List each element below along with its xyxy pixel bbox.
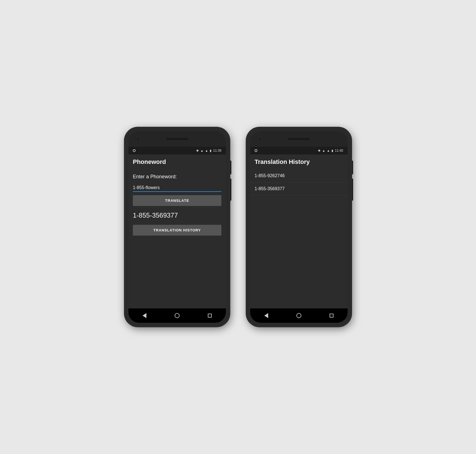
nav-bar-1 — [128, 308, 226, 323]
phone-2-screen: ✱ ▲ ▲ ▮ 11:40 Translation History 1-855-… — [250, 131, 348, 323]
app-bar-1: Phoneword — [128, 154, 226, 169]
home-button-1[interactable] — [169, 311, 185, 320]
recent-icon-2 — [330, 314, 333, 318]
history-item-0[interactable]: 1-855-9262746 — [250, 169, 348, 182]
status-right-1: ✱ ▲ ▲ ▮ 11:39 — [196, 149, 221, 153]
history-list: 1-855-9262746 1-855-3569377 — [250, 169, 348, 195]
back-button-2[interactable] — [259, 311, 274, 320]
phoneword-input[interactable] — [133, 184, 221, 192]
history-item-1[interactable]: 1-855-3569377 — [250, 182, 348, 195]
notification-dot-1 — [133, 149, 136, 152]
status-left-1 — [133, 149, 136, 152]
app-title-1: Phoneword — [133, 158, 221, 166]
battery-icon-2: ▮ — [332, 149, 333, 153]
signal-icon-2: ▲ — [327, 149, 330, 152]
nav-bar-2 — [250, 308, 348, 323]
status-right-2: ✱ ▲ ▲ ▮ 11:40 — [318, 149, 343, 153]
app-title-2: Translation History — [255, 158, 343, 166]
phone-2: ✱ ▲ ▲ ▮ 11:40 Translation History 1-855-… — [246, 127, 351, 327]
bluetooth-icon-2: ✱ — [318, 149, 320, 153]
status-time-1: 11:39 — [213, 149, 221, 153]
translation-history-button[interactable]: TRANSLATION HISTORY — [133, 225, 221, 236]
speaker-grill-2 — [288, 138, 310, 140]
status-bar-1: ✱ ▲ ▲ ▮ 11:39 — [128, 147, 226, 154]
signal-icon-1: ▲ — [205, 149, 208, 152]
recent-button-2[interactable] — [324, 311, 339, 320]
front-camera — [137, 138, 139, 140]
input-label-1: Enter a Phoneword: — [133, 174, 221, 180]
status-left-2 — [255, 149, 257, 152]
translated-number-1: 1-855-3569377 — [133, 211, 221, 219]
home-icon-2 — [296, 313, 301, 318]
translate-button[interactable]: TRANSLATE — [133, 195, 221, 206]
home-button-2[interactable] — [291, 311, 307, 320]
phone-top-bar — [128, 131, 226, 147]
wifi-icon-1: ▲ — [200, 149, 203, 152]
notification-dot-2 — [255, 149, 257, 152]
status-time-2: 11:40 — [335, 149, 343, 153]
back-icon-1 — [143, 313, 146, 318]
phone-1: ✱ ▲ ▲ ▮ 11:39 Phoneword Enter a Phonewor… — [125, 127, 230, 327]
bluetooth-icon-1: ✱ — [196, 149, 199, 153]
main-content-1: Enter a Phoneword: TRANSLATE 1-855-35693… — [128, 169, 226, 308]
home-icon-1 — [175, 313, 180, 318]
battery-icon-1: ▮ — [210, 149, 211, 153]
recent-icon-1 — [208, 314, 212, 318]
back-icon-2 — [264, 313, 268, 318]
wifi-icon-2: ▲ — [322, 149, 325, 152]
speaker-grill — [166, 138, 188, 140]
back-button-1[interactable] — [137, 311, 152, 320]
recent-button-1[interactable] — [202, 311, 217, 320]
phone-top-bar-2 — [250, 131, 348, 147]
front-camera-2 — [258, 138, 261, 140]
phone-1-screen: ✱ ▲ ▲ ▮ 11:39 Phoneword Enter a Phonewor… — [128, 131, 226, 323]
status-bar-2: ✱ ▲ ▲ ▮ 11:40 — [250, 147, 348, 154]
app-bar-2: Translation History — [250, 154, 348, 169]
history-content: 1-855-9262746 1-855-3569377 — [250, 169, 348, 308]
